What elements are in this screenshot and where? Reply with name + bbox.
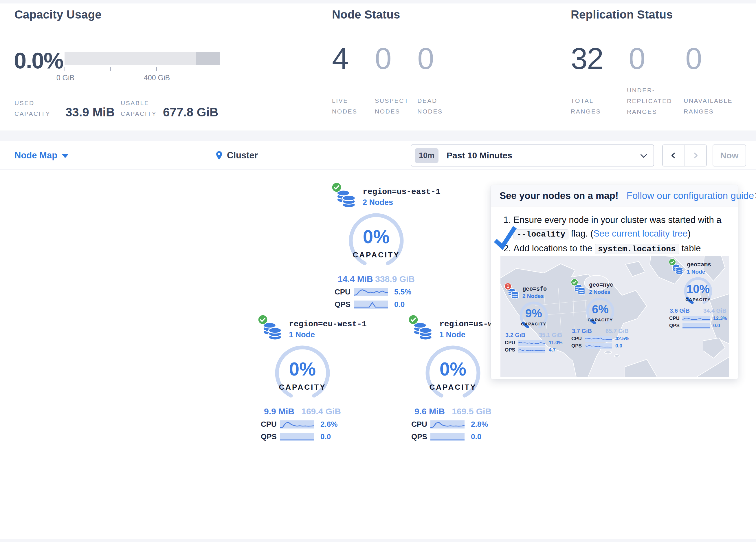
- chevron-right-icon: [692, 151, 699, 160]
- cpu-sparkline: [518, 340, 545, 346]
- status-warning-icon: 1: [504, 283, 512, 290]
- view-selector-label: Node Map: [14, 150, 57, 161]
- node-icon-wrap: [412, 318, 435, 341]
- cpu-sparkline: [682, 316, 710, 322]
- region-meta: region=eu-west-1 1 Node: [289, 318, 367, 339]
- region-nodes-link[interactable]: 2 Nodes: [363, 198, 441, 207]
- chevron-left-icon: [670, 151, 677, 160]
- qps-label: QPS: [505, 347, 518, 353]
- mini-node-meta: geo=nyc 2 Nodes: [589, 281, 613, 295]
- step-text: ): [688, 228, 691, 238]
- locality-nodes-link[interactable]: 2 Nodes: [589, 289, 613, 295]
- view-selector-node-map[interactable]: Node Map: [14, 141, 68, 170]
- qps-value: 0.0: [388, 300, 418, 309]
- breadcrumb-cluster: Cluster: [227, 150, 258, 161]
- node-icon-wrap: [335, 185, 358, 208]
- qps-sparkline: [585, 344, 612, 349]
- cluster-summary-panel: Capacity Usage 0.0% 0 GiB 400 GiB USED C…: [0, 3, 756, 131]
- step-text: Add locations to the: [513, 243, 595, 253]
- total-ranges-count: 32: [571, 43, 603, 73]
- locality-nodes-link[interactable]: 1 Node: [687, 269, 711, 275]
- axis-tick: [156, 67, 157, 71]
- caret-down-icon: [62, 154, 68, 158]
- node-icon-wrap: [671, 261, 684, 274]
- dead-nodes-label: DEAD NODES: [417, 95, 452, 117]
- region-card-us-east-1[interactable]: region=us-east-1 2 Nodes 0% CAPACITY 14.…: [329, 185, 424, 309]
- locality-nodes-link[interactable]: 2 Nodes: [522, 293, 547, 300]
- capacity-values: 9.6 MiB 169.5 GiB: [414, 407, 491, 416]
- chevron-down-icon: [641, 151, 647, 158]
- popup-title: See your nodes on a map!: [500, 190, 619, 201]
- time-prev-button[interactable]: [663, 145, 685, 166]
- total-value: 169.4 GiB: [301, 407, 341, 416]
- region-card-eu-west-1[interactable]: region=eu-west-1 1 Node 0% CAPACITY 9.9 …: [255, 318, 350, 441]
- region-nodes-link[interactable]: 1 Node: [289, 330, 367, 339]
- dead-nodes-count: 0: [417, 43, 434, 73]
- cpu-sparkline: [585, 336, 612, 342]
- qps-label: QPS: [571, 343, 585, 349]
- capacity-caption: CAPACITY: [681, 297, 715, 302]
- capacity-caption: CAPACITY: [271, 383, 334, 392]
- mini-node-geo-sfo[interactable]: 1 geo=sfo 2 Nodes 9%: [503, 285, 564, 353]
- capacity-values: 3.2 GiB 35.1 GiB: [505, 332, 562, 339]
- capacity-gauge: 6% CAPACITY: [583, 297, 618, 327]
- mini-node-header: geo=nyc 2 Nodes: [570, 281, 631, 295]
- qps-metric-row: QPS 0.0: [411, 432, 495, 441]
- total-ranges-label: TOTAL RANGES: [571, 95, 614, 117]
- close-icon[interactable]: ✕: [754, 191, 756, 201]
- capacity-values: 14.4 MiB 338.9 GiB: [338, 274, 415, 284]
- qps-label: QPS: [261, 432, 280, 441]
- suspect-nodes-label: SUSPECT NODES: [375, 95, 417, 117]
- capacity-percent: 0.0%: [14, 47, 63, 74]
- time-range-dropdown[interactable]: 10m Past 10 Minutes: [411, 144, 654, 166]
- map-pin-icon: [215, 150, 223, 160]
- qps-value: 0.0: [315, 432, 344, 441]
- node-icon-wrap: [261, 318, 284, 341]
- under-replicated-label: UNDER-REPLICATED RANGES: [627, 85, 683, 117]
- setup-step-1: Ensure every node in your cluster was st…: [513, 213, 728, 240]
- total-value: 65.7 GiB: [605, 328, 629, 335]
- usable-capacity-label: USABLE CAPACITY: [121, 98, 170, 119]
- total-value: 169.5 GiB: [452, 407, 491, 416]
- cpu-metric-row: CPU 5.5%: [335, 288, 418, 297]
- used-value: 14.4 MiB: [338, 274, 373, 284]
- now-button[interactable]: Now: [713, 144, 746, 166]
- region-meta: region=us-east-1 2 Nodes: [363, 185, 441, 207]
- step-text: flag. (: [568, 228, 593, 238]
- region-label: region=eu-west-1: [289, 320, 367, 329]
- qps-metric-row: QPS 0.0: [669, 323, 727, 329]
- capacity-percent: 0%: [344, 226, 408, 247]
- capacity-caption: CAPACITY: [421, 383, 485, 392]
- locality-tree-link[interactable]: See current locality tree: [593, 228, 688, 238]
- total-value: 34.4 GiB: [703, 308, 726, 314]
- time-range-label: Past 10 Minutes: [447, 150, 641, 160]
- locality-flag-code: --locality: [513, 229, 568, 239]
- capacity-gauge: 0% CAPACITY: [421, 345, 485, 403]
- nodes-on-map-popup: See your nodes on a map! Follow our conf…: [491, 185, 738, 379]
- region-card-us-west-1[interactable]: region=us-west-1 1 Node 0% CAPACITY 9.6 …: [405, 318, 501, 441]
- cpu-metric-row: CPU 2.8%: [411, 420, 495, 429]
- capacity-gauge: 0% CAPACITY: [344, 213, 408, 270]
- cpu-sparkline: [430, 420, 465, 429]
- cpu-label: CPU: [335, 288, 354, 297]
- axis-tick: [110, 67, 111, 71]
- mini-node-header: 1 geo=sfo 2 Nodes: [503, 285, 564, 300]
- time-next-button[interactable]: [685, 145, 707, 166]
- status-ok-icon: [258, 315, 268, 325]
- used-capacity-label: USED CAPACITY: [14, 98, 64, 119]
- capacity-gauge: 9% CAPACITY: [516, 301, 551, 331]
- qps-sparkline: [682, 323, 710, 329]
- axis-tick-label: 400 GiB: [144, 73, 170, 82]
- configuration-guide-link[interactable]: Follow our configuration guide: [627, 190, 754, 201]
- used-value: 9.9 MiB: [264, 407, 294, 416]
- used-capacity-value: 33.9 MiB: [65, 105, 115, 119]
- capacity-bar-dark-segment: [196, 52, 220, 65]
- live-nodes-count: 4: [332, 43, 348, 73]
- toolbar: Node Map Cluster 10m Past 10 Minutes Now: [0, 141, 756, 169]
- mini-node-meta: geo=sfo 2 Nodes: [522, 285, 547, 300]
- mini-node-geo-ams[interactable]: geo=ams 1 Node 10% CAPACITY 3.6 GiB: [668, 261, 729, 329]
- qps-metric-row: QPS 0.0: [335, 300, 418, 309]
- mini-node-geo-nyc[interactable]: geo=nyc 2 Nodes 6% CAPACITY 3.7 GiB: [570, 281, 631, 349]
- qps-value: 0.0: [465, 432, 495, 441]
- status-ok-icon: [571, 279, 578, 286]
